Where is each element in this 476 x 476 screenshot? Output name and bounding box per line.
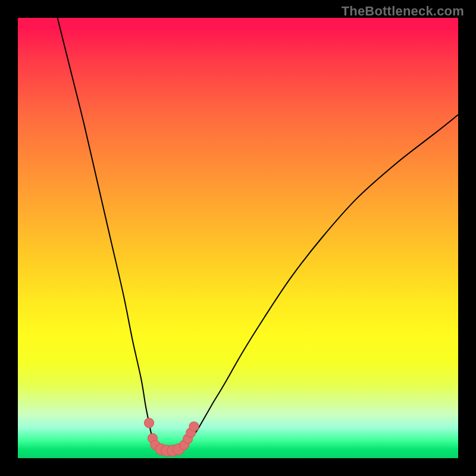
data-marker xyxy=(145,418,154,428)
watermark-text: TheBottleneck.com xyxy=(342,4,464,19)
curve-left-branch xyxy=(58,18,159,449)
curve-right-branch xyxy=(181,115,458,449)
chart-svg-overlay xyxy=(18,18,458,458)
data-marker xyxy=(189,422,199,431)
marker-group xyxy=(145,418,199,456)
